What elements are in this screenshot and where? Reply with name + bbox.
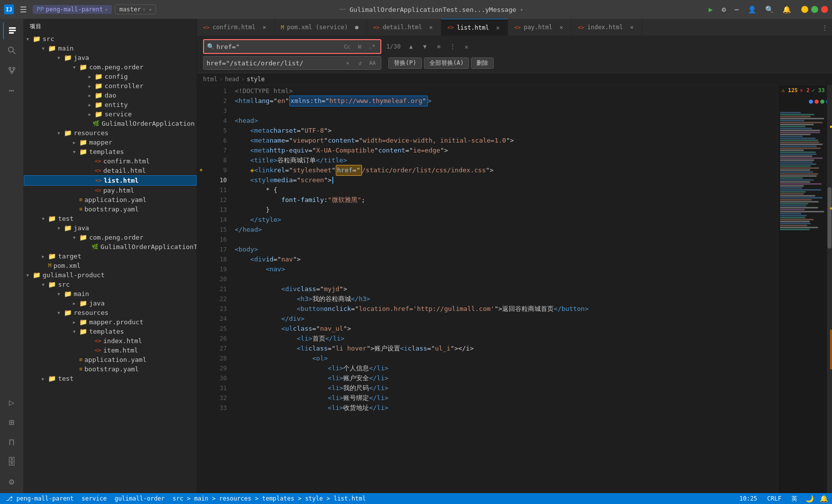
scrollbar-track[interactable] — [827, 85, 832, 493]
search-icon[interactable]: 🔍 — [763, 4, 776, 14]
sidebar-item[interactable]: ▾📁src — [24, 34, 197, 44]
code-line-6[interactable]: <meta name="viewport" content="width=dev… — [235, 136, 778, 146]
tab-confirm[interactable]: <>confirm.html✕ — [197, 19, 275, 36]
sidebar-item[interactable]: 🌿GulimallOrderApplicationTest — [24, 242, 197, 252]
sidebar-item[interactable]: ▸📁target — [24, 252, 197, 261]
code-line-22[interactable]: <h3>我的谷粒商城</h3> — [235, 294, 778, 304]
menu-button[interactable]: ☰ — [17, 4, 30, 15]
sidebar-item[interactable]: ≡bootstrap.yaml — [24, 364, 197, 374]
notifications-icon[interactable]: 🔔 — [780, 4, 793, 14]
branch-badge[interactable]: master ⑂ ▾ — [115, 4, 156, 14]
code-area[interactable]: <!DOCTYPE html><html lang="en" xmlns:th=… — [231, 85, 778, 493]
sidebar-item[interactable]: ▾📁com.peng.order — [24, 62, 197, 72]
sidebar-item[interactable]: ▸📁test — [24, 374, 197, 383]
code-line-1[interactable]: <!DOCTYPE html> — [235, 86, 778, 96]
code-line-24[interactable]: </div> — [235, 314, 778, 324]
sidebar-item[interactable]: ▾📁resources — [24, 128, 197, 138]
case-sensitive-btn[interactable]: Cc — [342, 41, 353, 52]
status-bell[interactable]: 🔔 — [820, 495, 828, 503]
status-service[interactable]: service — [80, 495, 109, 502]
code-line-28[interactable]: <ol> — [235, 353, 778, 363]
sidebar-item[interactable]: ▸📁mapper — [24, 138, 197, 147]
run-icon[interactable]: ▶ — [706, 4, 715, 14]
status-module[interactable]: gulimall-order — [112, 495, 166, 502]
sidebar-item[interactable]: <>item.html — [24, 346, 197, 355]
code-line-16[interactable] — [235, 235, 778, 245]
code-line-12[interactable]: font-family: "微软雅黑"; — [235, 195, 778, 205]
status-branch[interactable]: ⎇ peng-mall-parent — [4, 495, 76, 502]
sidebar-content[interactable]: ▾📁src ▾📁main ▾📁java ▾📁com.peng.order ▸📁c… — [24, 34, 197, 493]
user-icon[interactable]: 👤 — [745, 4, 759, 14]
code-line-25[interactable]: <ul class="nav_ul"> — [235, 324, 778, 334]
code-line-32[interactable]: <li>账号绑定</li> — [235, 393, 778, 403]
sidebar-item[interactable]: ≡bootstrap.yaml — [24, 204, 197, 214]
scrollbar-thumb[interactable] — [828, 187, 832, 249]
code-line-15[interactable]: </head> — [235, 225, 778, 235]
close-search-btn[interactable]: ✕ — [461, 41, 472, 52]
sidebar-item[interactable]: ▾📁java — [24, 53, 197, 62]
more-icon[interactable]: ⋯ — [732, 4, 741, 14]
whole-word-btn[interactable]: W — [354, 41, 365, 52]
sidebar-item[interactable]: ▾📁templates — [24, 327, 197, 336]
sidebar-item[interactable]: ▸📁service — [24, 109, 197, 119]
status-lang[interactable]: 英 — [789, 495, 799, 503]
case-btn[interactable]: AA — [367, 57, 378, 68]
next-match-btn[interactable]: ▼ — [419, 41, 430, 52]
sidebar-item[interactable]: ≡application.yaml — [24, 355, 197, 364]
code-line-5[interactable]: <meta charset="UTF-8"> — [235, 126, 778, 136]
code-line-19[interactable]: <nav> — [235, 264, 778, 274]
code-line-18[interactable]: <div id="nav"> — [235, 254, 778, 264]
activity-run[interactable]: ▷ — [3, 393, 21, 411]
sidebar-item[interactable]: ▾📁com.peng.order — [24, 233, 197, 242]
code-line-10[interactable]: <style media="screen"> — [235, 175, 778, 185]
tab-index[interactable]: <>index.html✕ — [572, 19, 642, 36]
sidebar-item[interactable]: ▾📁test — [24, 214, 197, 223]
sidebar-item[interactable]: ▸📁mapper.product — [24, 317, 197, 327]
code-line-29[interactable]: <li>个人信息</li> — [235, 363, 778, 373]
sidebar-item[interactable]: ▸📁controller — [24, 81, 197, 91]
prev-match-btn[interactable]: ▲ — [406, 41, 416, 52]
code-line-23[interactable]: <button onclick="location.href='http://g… — [235, 304, 778, 314]
find-input[interactable] — [216, 43, 340, 50]
regex-btn[interactable]: .* — [366, 41, 377, 52]
sidebar-item[interactable]: ▸📁java — [24, 299, 197, 308]
code-line-20[interactable] — [235, 274, 778, 284]
sidebar-item[interactable]: <>detail.html — [24, 166, 197, 175]
sidebar-item[interactable]: <>index.html — [24, 336, 197, 346]
sidebar-item[interactable]: ▾📁resources — [24, 308, 197, 317]
code-line-9[interactable]: ◈<link rel="stylesheet" href="/static/or… — [235, 165, 778, 175]
activity-db[interactable]: 🗄 — [3, 453, 21, 470]
activity-more[interactable]: ⋯ — [3, 81, 21, 99]
code-line-13[interactable]: } — [235, 205, 778, 215]
status-encoding[interactable]: CRLF — [765, 495, 783, 502]
activity-settings[interactable]: ⚙ — [3, 472, 21, 490]
status-position[interactable]: 10:25 — [737, 495, 759, 502]
activity-explorer[interactable] — [3, 22, 21, 40]
tab-pom[interactable]: Mpom.xml (service)● — [275, 19, 367, 36]
sidebar-item[interactable]: ▸📁dao — [24, 91, 197, 100]
sidebar-item[interactable]: ▾📁java — [24, 223, 197, 233]
replace-all-button[interactable]: 全部替换(A) — [424, 57, 469, 69]
breadcrumb-item-head[interactable]: head — [225, 76, 239, 83]
sidebar-item[interactable]: <>pay.html — [24, 186, 197, 195]
sidebar-item[interactable]: 🌿GulimallOrderApplication — [24, 119, 197, 128]
code-line-14[interactable]: </style> — [235, 215, 778, 225]
activity-git[interactable] — [3, 61, 21, 79]
activity-extensions[interactable]: ⊞ — [3, 413, 21, 431]
sidebar-item[interactable]: ▾📁main — [24, 44, 197, 53]
code-line-27[interactable]: <li class="li hover">账户设置<i class="ul_i"… — [235, 344, 778, 353]
sidebar-item[interactable]: ▾📁gulimall-product — [24, 270, 197, 280]
tab-list[interactable]: <>list.html✕ — [441, 19, 508, 36]
sidebar-item[interactable]: ▸📁config — [24, 72, 197, 81]
activity-search[interactable] — [3, 42, 21, 59]
code-line-30[interactable]: <li>账户安全</li> — [235, 373, 778, 383]
tab-detail[interactable]: <>detail.html✕ — [367, 19, 441, 36]
project-badge[interactable]: PP peng-mall-parent ▾ — [33, 5, 112, 14]
code-line-31[interactable]: <li>我的尺码</li> — [235, 383, 778, 393]
close-button[interactable] — [821, 6, 828, 13]
sidebar-item[interactable]: ▾📁src — [24, 280, 197, 289]
sidebar-item[interactable]: ▾📁templates — [24, 147, 197, 156]
code-line-7[interactable]: <meta http-equiv="X-UA-Compatible" conte… — [235, 146, 778, 155]
code-line-33[interactable]: <li>收货地址</li> — [235, 403, 778, 413]
settings-icon[interactable]: ⚙ — [719, 4, 728, 14]
